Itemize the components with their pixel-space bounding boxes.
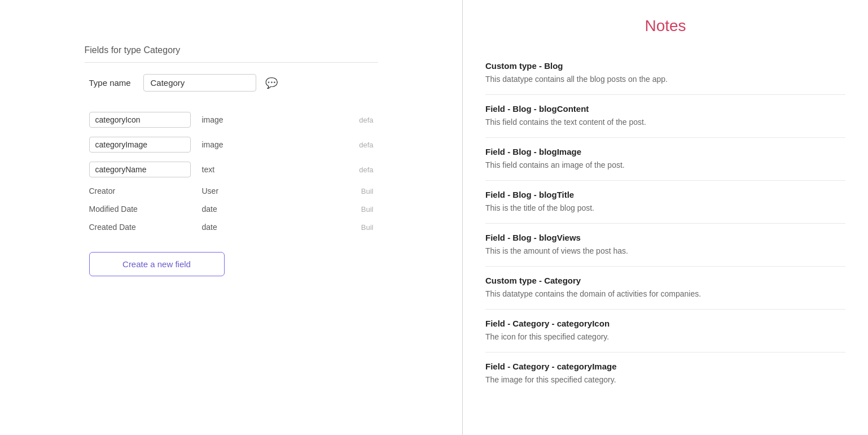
field-row: categoryImage image defa [85,132,378,157]
note-desc: This datatype contains the domain of act… [485,288,845,300]
field-badge: defa [359,116,373,124]
field-badge: defa [359,141,373,149]
fields-title: Fields for type Category [85,45,378,63]
note-item: Field - Category - categoryImage The ima… [485,353,845,395]
note-item: Field - Category - categoryIcon The icon… [485,310,845,353]
field-plain-badge: Buil [361,223,374,232]
note-item: Field - Blog - blogTitle This is the tit… [485,181,845,224]
field-plain-type: date [202,223,217,232]
note-heading: Field - Blog - blogContent [485,104,845,114]
field-row-plain: Creator User Buil [85,182,378,200]
note-desc: The icon for this specified category. [485,331,845,343]
type-name-row: Type name 💬 [85,74,378,92]
type-name-input[interactable] [143,74,256,92]
fields-table: categoryIcon image defa categoryImage im… [85,107,378,236]
note-heading: Field - Blog - blogViews [485,233,845,242]
field-row-plain: Modified Date date Buil [85,200,378,218]
notes-list: Custom type - Blog This datatype contain… [485,52,845,395]
field-plain-badge: Buil [361,187,374,195]
field-plain-name: Creator [89,186,191,195]
note-desc: This field contains an image of the post… [485,159,845,171]
note-heading: Custom type - Blog [485,61,845,71]
field-type: image [202,140,236,149]
note-desc: This datatype contains all the blog post… [485,73,845,85]
note-heading: Field - Blog - blogTitle [485,190,845,199]
field-plain-type: date [202,205,217,214]
field-row-plain: Created Date date Buil [85,218,378,236]
note-item: Custom type - Blog This datatype contain… [485,52,845,95]
field-plain-type: User [202,186,219,195]
field-row: categoryName text defa [85,157,378,182]
left-panel: Fields for type Category Type name 💬 cat… [0,0,463,435]
note-item: Custom type - Category This datatype con… [485,267,845,310]
right-panel: Notes Custom type - Blog This datatype c… [463,0,868,435]
field-name-box[interactable]: categoryImage [89,137,191,153]
note-heading: Field - Category - categoryImage [485,362,845,371]
create-new-field-button[interactable]: Create a new field [89,252,225,276]
note-item: Field - Blog - blogViews This is the amo… [485,224,845,267]
field-badge: defa [359,166,373,174]
note-item: Field - Blog - blogContent This field co… [485,95,845,138]
field-row: categoryIcon image defa [85,107,378,132]
note-desc: The image for this specified category. [485,374,845,386]
chat-icon[interactable]: 💬 [265,77,278,89]
note-heading: Field - Blog - blogImage [485,147,845,156]
note-desc: This field contains the text content of … [485,116,845,128]
field-plain-name: Modified Date [89,205,191,214]
note-heading: Custom type - Category [485,276,845,285]
note-item: Field - Blog - blogImage This field cont… [485,138,845,181]
field-name-box[interactable]: categoryName [89,162,191,177]
type-name-label: Type name [89,78,134,88]
field-plain-name: Created Date [89,223,191,232]
field-name-box[interactable]: categoryIcon [89,112,191,128]
field-type: image [202,115,236,124]
note-desc: This is the title of the blog post. [485,202,845,214]
note-desc: This is the amount of views the post has… [485,245,845,257]
field-plain-badge: Buil [361,205,374,214]
fields-container: Fields for type Category Type name 💬 cat… [85,45,378,276]
notes-title: Notes [485,17,845,35]
field-type: text [202,165,236,174]
note-heading: Field - Category - categoryIcon [485,319,845,328]
